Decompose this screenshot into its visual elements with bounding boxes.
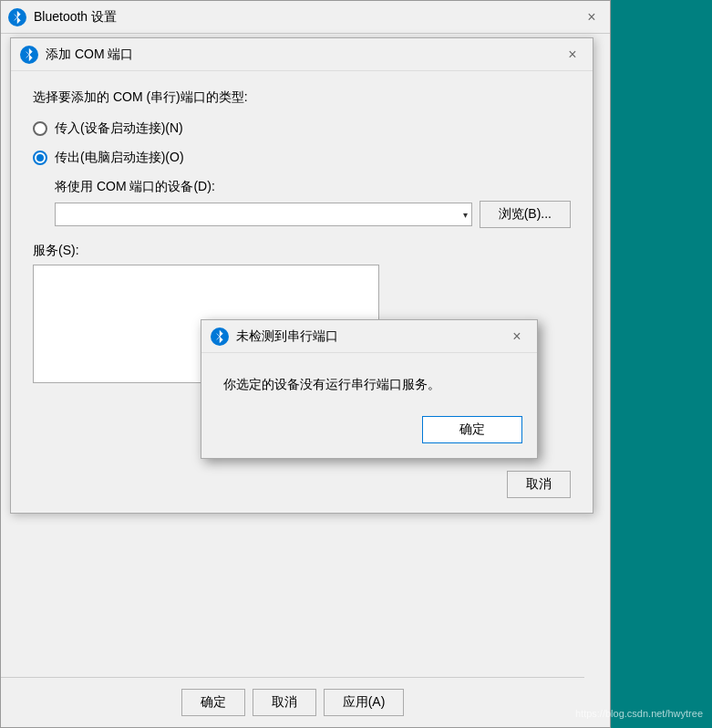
radio-outgoing-label: 传出(电脑启动连接)(O) <box>55 150 184 166</box>
alert-title-text: 未检测到串行端口 <box>236 328 338 345</box>
device-label: 将使用 COM 端口的设备(D): <box>55 179 571 195</box>
device-section: 将使用 COM 端口的设备(D): ▾ 浏览(B)... <box>55 179 571 228</box>
alert-message: 你选定的设备没有运行串行端口服务。 <box>223 375 515 394</box>
browse-button[interactable]: 浏览(B)... <box>480 201 571 228</box>
dialog-cancel-button[interactable]: 取消 <box>507 471 571 498</box>
add-com-title-left: 添加 COM 端口 <box>20 46 133 64</box>
alert-buttons: 确定 <box>201 409 537 458</box>
alert-ok-button[interactable]: 确定 <box>422 416 522 443</box>
bluetooth-icon-dialog <box>20 46 38 64</box>
outer-bottom-buttons: 确定 取消 应用(A) <box>1 677 584 727</box>
alert-content: 你选定的设备没有运行串行端口服务。 <box>201 353 537 409</box>
service-label: 服务(S): <box>33 243 571 259</box>
bluetooth-icon-outer <box>8 8 26 26</box>
watermark: https://blog.csdn.net/hwytree <box>575 708 703 719</box>
radio-option-outgoing[interactable]: 传出(电脑启动连接)(O) <box>33 150 571 166</box>
bluetooth-icon-alert <box>211 328 229 346</box>
device-dropdown[interactable]: ▾ <box>55 203 472 226</box>
alert-close-button[interactable]: × <box>506 326 528 348</box>
radio-incoming-label: 传入(设备启动连接)(N) <box>55 120 183 137</box>
radio-option-incoming[interactable]: 传入(设备启动连接)(N) <box>33 120 571 137</box>
radio-incoming[interactable] <box>33 121 47 136</box>
outer-ok-button[interactable]: 确定 <box>181 689 245 716</box>
instruction-text: 选择要添加的 COM (串行)端口的类型: <box>33 89 571 106</box>
add-com-titlebar: 添加 COM 端口 × <box>11 38 593 71</box>
outer-close-button[interactable]: × <box>581 6 603 28</box>
outer-apply-button[interactable]: 应用(A) <box>324 689 405 716</box>
outer-titlebar: Bluetooth 设置 × <box>1 1 610 34</box>
outer-title-left: Bluetooth 设置 <box>8 8 117 26</box>
outer-title-text: Bluetooth 设置 <box>34 9 117 26</box>
alert-dialog: 未检测到串行端口 × 你选定的设备没有运行串行端口服务。 确定 <box>201 319 538 459</box>
alert-title-left: 未检测到串行端口 <box>211 328 338 346</box>
outer-cancel-button[interactable]: 取消 <box>253 689 316 716</box>
add-com-title-text: 添加 COM 端口 <box>46 47 133 63</box>
dialog-action-buttons: 取消 <box>11 462 593 513</box>
radio-outgoing[interactable] <box>33 151 47 165</box>
add-com-close-button[interactable]: × <box>562 44 583 66</box>
alert-titlebar: 未检测到串行端口 × <box>201 320 537 353</box>
dropdown-arrow-icon: ▾ <box>463 210 468 220</box>
device-row: ▾ 浏览(B)... <box>55 201 571 228</box>
